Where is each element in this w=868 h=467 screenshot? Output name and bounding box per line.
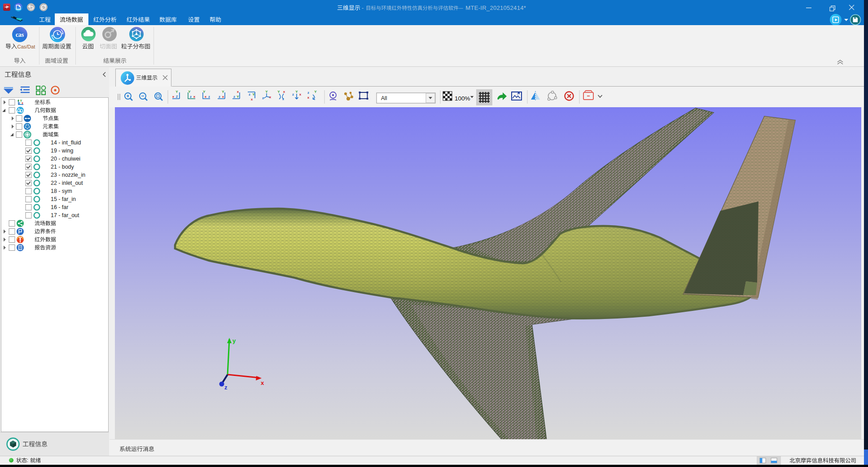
svg-text:Y: Y — [237, 95, 239, 99]
svg-text:x: x — [205, 95, 207, 99]
svg-text:z: z — [224, 384, 228, 391]
svg-text:x: x — [283, 90, 285, 94]
svg-text:Y: Y — [265, 90, 268, 94]
svg-text:x: x — [251, 97, 253, 101]
svg-text:Y: Y — [314, 90, 317, 94]
svg-text:z: z — [190, 95, 192, 99]
svg-text:Z: Z — [176, 95, 178, 99]
svg-text:Y: Y — [295, 90, 298, 94]
svg-text:x: x — [261, 380, 264, 386]
svg-text:x: x — [22, 101, 23, 105]
svg-text:z: z — [249, 92, 250, 96]
svg-text:z: z — [307, 91, 309, 95]
svg-text:x: x — [222, 95, 224, 99]
svg-text:Y: Y — [203, 90, 206, 94]
svg-text:Y: Y — [222, 90, 224, 94]
svg-text:z: z — [292, 92, 294, 96]
svg-text:Y: Y — [277, 90, 280, 94]
svg-text:y: y — [232, 337, 236, 344]
svg-text:cas: cas — [16, 31, 24, 38]
svg-text:x: x — [299, 92, 302, 96]
svg-text:x: x — [193, 95, 196, 99]
svg-text:z: z — [219, 95, 220, 99]
svg-text:z: z — [262, 96, 264, 100]
svg-text:z: z — [208, 95, 210, 99]
svg-text:z: z — [233, 95, 235, 99]
svg-text:Y: Y — [175, 90, 178, 94]
svg-text:z: z — [19, 101, 21, 105]
svg-text:x: x — [172, 95, 175, 99]
svg-text:x: x — [237, 90, 239, 94]
svg-text:x: x — [307, 96, 310, 100]
svg-text:Y: Y — [188, 90, 191, 94]
